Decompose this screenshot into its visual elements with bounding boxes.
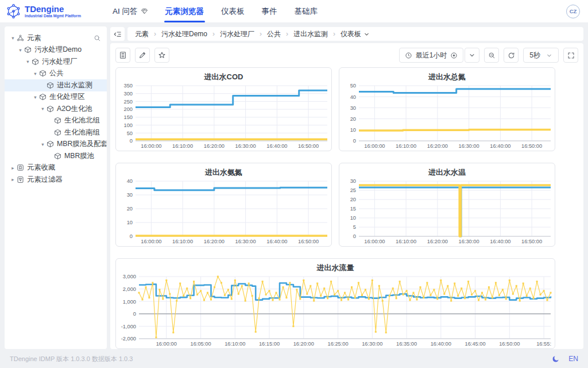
svg-text:150: 150 [123,114,133,120]
tree-item-3[interactable]: ▾公共 [5,68,107,80]
refresh-icon [508,52,515,59]
svg-text:16:50:00: 16:50:00 [521,239,542,244]
breadcrumb: 元素›污水处理Demo›污水处理厂›公共›进出水监测›仪表板 [127,27,583,41]
tree-item-label: A2O生化池 [57,104,92,114]
caret-down-icon[interactable]: ▾ [9,35,17,41]
tree-item-11[interactable]: ▸元素收藏 [5,162,107,174]
favorite-button[interactable] [154,48,169,63]
svg-text:16:30:00: 16:30:00 [362,341,382,347]
dark-mode-toggle[interactable] [552,355,560,363]
cube-icon [32,58,41,66]
chevron-down-icon [363,31,370,37]
svg-text:16:30:00: 16:30:00 [235,143,256,149]
nav-tab-1[interactable]: 元素浏览器 [165,0,204,22]
tree-item-0[interactable]: ▾元素 [5,32,107,44]
breadcrumb-item-0[interactable]: 元素 [135,29,149,39]
tree-item-6[interactable]: ▾A2O生化池 [5,103,107,115]
refresh-button[interactable] [504,48,519,63]
tree-item-12[interactable]: ▸元素过滤器 [5,174,107,186]
tree-item-8[interactable]: 生化池南组 [5,126,107,139]
cube-icon [39,93,48,101]
svg-text:15: 15 [350,206,356,212]
svg-text:30: 30 [127,192,133,198]
nav-tab-2[interactable]: 仪表板 [221,0,245,22]
language-toggle[interactable]: EN [568,355,578,363]
chart-plot[interactable]: 05101520253016:00:0016:10:0016:20:0016:3… [339,179,555,248]
svg-text:16:10:00: 16:10:00 [225,341,245,347]
chart-plot[interactable]: 05010015020025030035016:00:0016:10:0016:… [116,83,331,153]
tree-item-5[interactable]: ▾生化处理区 [5,91,107,103]
svg-text:16:20:00: 16:20:00 [427,143,448,149]
cube-icon [47,105,56,113]
caret-right-icon[interactable]: ▸ [9,177,17,182]
nav-tab-label: 元素浏览器 [165,6,204,17]
nav-tab-4[interactable]: 基础库 [295,0,318,22]
breadcrumb-item-2[interactable]: 污水处理厂 [220,29,254,39]
cube-icon [24,46,33,53]
report-button[interactable] [115,48,130,63]
svg-text:16:40:00: 16:40:00 [490,143,510,149]
svg-text:16:55:: 16:55: [536,341,551,347]
svg-text:10: 10 [350,127,356,133]
breadcrumb-item-3[interactable]: 公共 [267,29,281,39]
cube-icon [47,82,56,89]
svg-text:10: 10 [127,220,133,225]
tree-item-1[interactable]: ▾污水处理Demo [5,44,107,56]
nav-tab-label: 基础库 [295,6,318,17]
element-tree-panel: ▾元素▾污水处理Demo▾污水处理厂▾公共进出水监测▾生化处理区▾A2O生化池生… [5,26,107,349]
svg-text:350: 350 [123,83,133,89]
tree-item-2[interactable]: ▾污水处理厂 [5,56,107,68]
caret-down-icon[interactable]: ▾ [39,106,47,112]
breadcrumb-item-1[interactable]: 污水处理Demo [161,29,207,39]
fullscreen-button[interactable] [563,48,578,63]
tree-item-label: 污水处理Demo [34,45,82,55]
caret-down-icon[interactable]: ▾ [32,94,39,100]
nav-tab-label: 事件 [262,6,277,17]
breadcrumb-item-4[interactable]: 进出水监测 [293,29,328,39]
collapse-sidebar-icon [113,30,122,39]
svg-text:30: 30 [350,105,356,111]
refresh-interval-select[interactable]: 5秒 [523,48,559,63]
nav-tab-0[interactable]: AI 问答 [113,0,148,22]
tree-item-7[interactable]: 生化池北组 [5,115,107,127]
pencil-icon [138,51,146,59]
zoom-out-button[interactable] [484,48,499,63]
search-icon[interactable] [94,34,101,42]
caret-down-icon[interactable]: ▾ [17,47,24,53]
svg-text:2,000: 2,000 [123,286,136,292]
logo-subtitle: Industrial Data Mgmt Platform [25,14,81,18]
dashboard-toolbar: 最近1小时 [115,48,578,63]
svg-text:0: 0 [133,311,136,317]
chart-plot[interactable]: -2,000-1,00001,0002,0003,00016:00:0016:0… [116,274,555,349]
svg-text:16:30:00: 16:30:00 [458,143,479,149]
svg-text:-2,000: -2,000 [121,336,136,342]
chart-plot[interactable]: 0102030405016:00:0016:10:0016:20:0016:30… [339,83,555,153]
tree-item-4[interactable]: 进出水监测 [5,79,107,91]
time-range-button[interactable]: 最近1小时 [399,48,464,63]
logo[interactable]: TDengine Industrial Data Mgmt Platform [0,0,107,22]
chevron-down-icon [469,52,475,59]
tree-item-label: MBR膜池 [64,151,94,161]
user-avatar[interactable]: CZ [566,5,580,18]
edit-button[interactable] [135,48,150,63]
caret-right-icon[interactable]: ▸ [9,165,17,171]
svg-text:20: 20 [350,116,356,122]
svg-text:10: 10 [350,215,356,221]
svg-text:16:45:00: 16:45:00 [465,341,485,347]
breadcrumb-separator: › [260,30,262,38]
caret-down-icon[interactable]: ▾ [39,141,47,147]
time-range-dropdown-button[interactable] [465,48,479,63]
caret-down-icon[interactable]: ▾ [24,59,32,64]
breadcrumb-item-5[interactable]: 仪表板 [341,29,370,39]
svg-text:5: 5 [353,224,356,230]
chart-plot[interactable]: 01020304016:00:0016:10:0016:20:0016:30:0… [116,179,331,248]
tree-item-9[interactable]: ▾MBR膜池及配套 [5,139,107,151]
tree-item-label: 公共 [49,68,64,78]
nav-tab-3[interactable]: 事件 [262,0,277,22]
caret-down-icon[interactable]: ▾ [32,71,39,76]
tree-item-label: 生化处理区 [49,92,84,102]
svg-text:16:50:00: 16:50:00 [298,239,319,244]
collapse-sidebar-button[interactable] [110,27,125,41]
svg-text:16:10:00: 16:10:00 [172,239,193,244]
tree-item-10[interactable]: MBR膜池 [5,150,107,162]
